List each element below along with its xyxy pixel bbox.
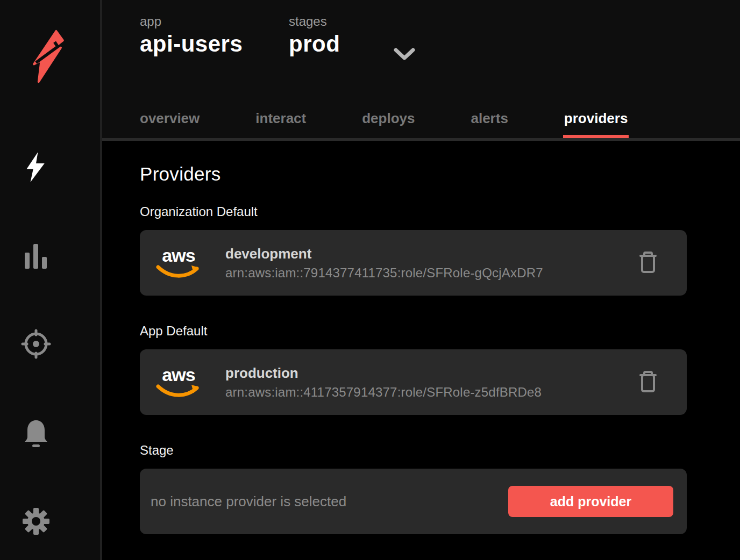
delete-provider-button[interactable] — [639, 251, 657, 275]
trash-icon — [639, 370, 657, 393]
stages-label: stages — [289, 14, 340, 29]
provider-arn: arn:aws:iam::4117357914377:role/SFRole-z… — [225, 385, 542, 400]
gear-icon — [22, 507, 50, 535]
section-heading: App Default — [140, 324, 740, 339]
provider-card: aws production arn:aws:iam::411735791437… — [140, 349, 687, 415]
sidebar-item-alerts[interactable] — [21, 418, 51, 450]
sidebar-item-settings[interactable] — [21, 505, 51, 537]
stage-selector: stages prod — [289, 14, 340, 66]
tab-bar: overview interact deploys alerts provide… — [139, 110, 629, 138]
stage-name: prod — [289, 31, 340, 57]
aws-logo: aws — [156, 246, 201, 279]
delete-provider-button[interactable] — [639, 370, 657, 394]
sidebar-item-issues[interactable] — [21, 328, 51, 360]
tab-interact[interactable]: interact — [254, 110, 307, 138]
sidebar-item-lightning[interactable] — [21, 151, 51, 183]
bar-chart-icon — [24, 243, 48, 270]
section-organization-default: Organization Default aws development arn… — [140, 204, 740, 296]
target-icon — [21, 329, 51, 359]
aws-smile-icon — [156, 264, 201, 279]
app-selector: app api-users — [140, 14, 289, 66]
stage-provider-card: no instance provider is selected add pro… — [140, 469, 687, 534]
providers-panel: Providers Organization Default aws devel… — [102, 141, 740, 534]
section-heading: Stage — [140, 443, 740, 458]
bell-icon — [24, 419, 48, 448]
app-name: api-users — [140, 31, 289, 57]
lightning-icon — [25, 152, 47, 183]
aws-logo-text: aws — [162, 365, 195, 384]
provider-name: production — [225, 365, 542, 382]
sidebar-item-metrics[interactable] — [21, 240, 51, 272]
header: app api-users stages prod overview inter… — [102, 0, 740, 138]
logo-bolt-glyph — [32, 30, 65, 83]
sidebar — [0, 0, 102, 560]
section-app-default: App Default aws production arn:aws:iam::… — [140, 324, 740, 415]
chevron-down-icon — [394, 48, 415, 61]
section-heading: Organization Default — [140, 204, 740, 219]
empty-state-text: no instance provider is selected — [151, 493, 346, 510]
provider-info: production arn:aws:iam::4117357914377:ro… — [225, 365, 542, 400]
main-column: app api-users stages prod overview inter… — [102, 0, 740, 560]
stage-dropdown-button[interactable] — [394, 44, 415, 66]
provider-card: aws development arn:aws:iam::79143774117… — [140, 230, 687, 296]
aws-logo-text: aws — [162, 246, 195, 264]
provider-info: development arn:aws:iam::7914377411735:r… — [225, 246, 543, 281]
section-stage: Stage no instance provider is selected a… — [140, 443, 740, 534]
aws-logo: aws — [156, 365, 201, 399]
tab-providers[interactable]: providers — [563, 110, 629, 138]
seed-logo-bolt-icon[interactable] — [31, 30, 66, 83]
app-root: app api-users stages prod overview inter… — [0, 0, 740, 560]
aws-smile-icon — [156, 384, 201, 399]
app-label: app — [140, 14, 289, 29]
provider-name: development — [225, 246, 543, 262]
add-provider-button[interactable]: add provider — [508, 486, 673, 517]
provider-arn: arn:aws:iam::7914377411735:role/SFRole-g… — [225, 265, 543, 281]
trash-icon — [639, 251, 657, 274]
page-title: Providers — [140, 163, 740, 185]
tab-alerts[interactable]: alerts — [469, 110, 509, 138]
app-stage-selector: app api-users stages prod — [102, 0, 740, 66]
tab-deploys[interactable]: deploys — [361, 110, 416, 138]
tab-overview[interactable]: overview — [139, 110, 201, 138]
